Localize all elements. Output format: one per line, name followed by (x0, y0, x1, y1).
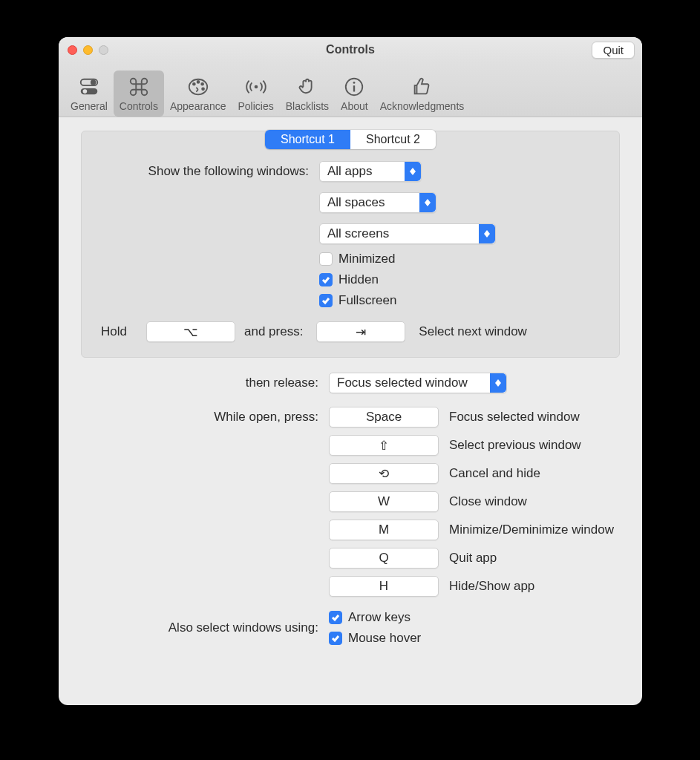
key-value: ⌥ (183, 324, 198, 340)
tab-label: About (341, 100, 368, 112)
then-release-label: then release: (81, 376, 329, 390)
shortcut-segmented-control: Shortcut 1 Shortcut 2 (265, 130, 436, 149)
checkbox-icon (319, 273, 333, 286)
chevron-updown-icon (419, 193, 436, 212)
tab-label: Appearance (170, 100, 226, 112)
press-key-field[interactable]: ⇥ (316, 321, 405, 342)
mouse-hover-checkbox[interactable]: Mouse hover (329, 631, 421, 646)
tab-label: Blacklists (286, 100, 329, 112)
while-open-label: While open, press: (81, 410, 329, 425)
svg-point-1 (91, 80, 96, 85)
key-value: M (379, 522, 389, 537)
key-value: Space (366, 410, 402, 425)
svg-point-7 (201, 83, 203, 85)
also-select-label: Also select windows using: (81, 620, 329, 635)
select-next-label: Select next window (419, 324, 527, 339)
antenna-icon (243, 73, 269, 100)
checkbox-icon (329, 611, 342, 624)
and-press-label: and press: (244, 324, 303, 339)
close-key-field[interactable]: W (329, 491, 439, 512)
show-windows-label: Show the following windows: (97, 164, 319, 179)
key-value: W (378, 494, 390, 509)
checkbox-label: Minimized (338, 252, 396, 266)
tab-appearance[interactable]: Appearance (164, 71, 232, 117)
titlebar: Controls Quit (59, 37, 642, 62)
tab-label: General (71, 100, 108, 112)
hold-label: Hold (97, 324, 137, 339)
hold-key-field[interactable]: ⌥ (146, 321, 235, 342)
svg-point-3 (82, 89, 87, 94)
minimized-checkbox[interactable]: Minimized (319, 252, 396, 266)
key-value: H (379, 579, 388, 594)
svg-point-5 (193, 83, 195, 85)
toolbar: General Controls Appearance Policies Bla… (59, 62, 642, 117)
tab-general[interactable]: General (65, 71, 114, 117)
tab-about[interactable]: About (335, 71, 374, 117)
tab-controls[interactable]: Controls (114, 71, 164, 117)
segment-shortcut-2[interactable]: Shortcut 2 (350, 130, 436, 149)
fullscreen-checkbox[interactable]: Fullscreen (319, 293, 396, 308)
hide-key-field[interactable]: H (329, 576, 439, 597)
toggles-icon (76, 73, 102, 100)
prev-key-field[interactable]: ⇧ (329, 435, 439, 456)
palette-icon (185, 73, 212, 100)
quit-button[interactable]: Quit (592, 42, 635, 59)
checkbox-label: Mouse hover (348, 631, 421, 646)
popup-value: All screens (320, 226, 479, 241)
thumbs-up-icon (408, 73, 435, 100)
action-label: Quit app (449, 551, 497, 566)
hidden-checkbox[interactable]: Hidden (319, 272, 396, 287)
cancel-key-field[interactable]: ⟲ (329, 463, 439, 484)
popup-value: Focus selected window (330, 376, 490, 390)
tab-blacklists[interactable]: Blacklists (280, 71, 335, 117)
action-label: Focus selected window (449, 410, 580, 425)
key-value: ⇧ (379, 438, 389, 453)
preferences-window: Controls Quit General Controls Appearanc… (59, 37, 642, 705)
info-icon (341, 73, 367, 100)
apps-popup[interactable]: All apps (319, 161, 422, 182)
tab-label: Policies (238, 100, 273, 112)
action-label: Select previous window (449, 438, 581, 453)
checkbox-label: Arrow keys (348, 610, 410, 625)
svg-point-11 (353, 82, 356, 84)
command-icon (125, 73, 152, 100)
action-label: Close window (449, 494, 527, 509)
checkbox-label: Hidden (338, 272, 379, 287)
quit-key-field[interactable]: Q (329, 548, 439, 569)
chevron-updown-icon (479, 224, 495, 243)
action-label: Cancel and hide (449, 466, 540, 481)
tab-label: Acknowledgments (380, 100, 465, 112)
svg-point-9 (254, 85, 258, 89)
svg-point-6 (197, 81, 199, 83)
key-value: ⇥ (356, 324, 366, 340)
chevron-updown-icon (490, 373, 506, 393)
tab-acknowledgments[interactable]: Acknowledgments (374, 71, 471, 117)
checkbox-icon (319, 252, 333, 266)
checkbox-icon (319, 294, 333, 307)
spaces-popup[interactable]: All spaces (319, 192, 436, 213)
action-label: Minimize/Deminimize window (449, 522, 614, 537)
checkbox-icon (329, 632, 342, 645)
popup-value: All spaces (320, 195, 419, 210)
chevron-updown-icon (405, 162, 421, 181)
window-title: Controls (59, 43, 642, 56)
action-label: Hide/Show app (449, 579, 534, 594)
arrow-keys-checkbox[interactable]: Arrow keys (329, 610, 421, 625)
key-value: Q (379, 551, 388, 566)
shortcut-panel: Shortcut 1 Shortcut 2 Show the following… (81, 131, 620, 358)
hand-icon (294, 73, 321, 100)
segment-shortcut-1[interactable]: Shortcut 1 (265, 130, 350, 149)
key-value: ⟲ (379, 466, 389, 482)
popup-value: All apps (320, 164, 405, 179)
tab-policies[interactable]: Policies (232, 71, 279, 117)
release-action-popup[interactable]: Focus selected window (329, 373, 507, 393)
checkbox-label: Fullscreen (338, 293, 396, 308)
content: Shortcut 1 Shortcut 2 Show the following… (59, 117, 642, 668)
screens-popup[interactable]: All screens (319, 223, 496, 244)
tab-label: Controls (120, 100, 158, 112)
space-key-field[interactable]: Space (329, 407, 439, 428)
minimize-key-field[interactable]: M (329, 520, 439, 540)
svg-point-8 (202, 88, 204, 90)
